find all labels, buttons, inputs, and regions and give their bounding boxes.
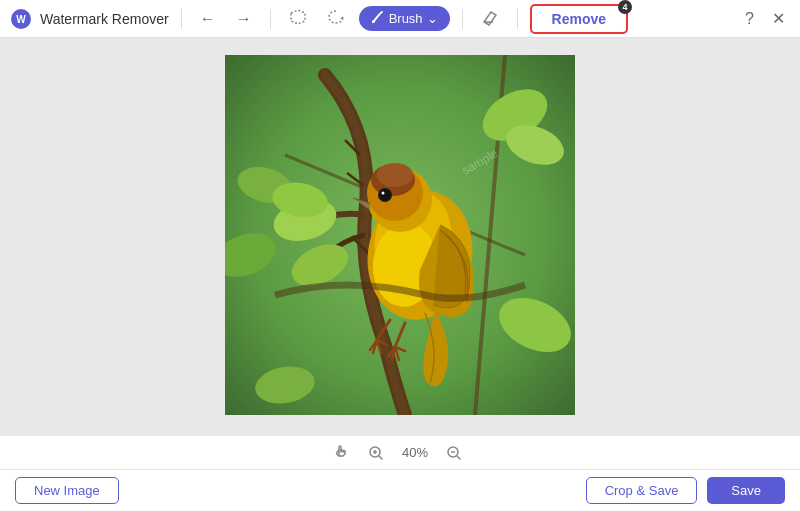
zoom-in-button[interactable] [362,441,390,465]
undo-icon: ← [200,10,216,28]
svg-line-33 [457,456,460,459]
redo-button[interactable]: → [230,6,258,32]
svg-text:W: W [16,14,26,25]
brush-dropdown-icon: ⌄ [427,11,438,26]
redo-icon: → [236,10,252,28]
help-button[interactable]: ? [740,8,759,30]
app-title: Watermark Remover [40,11,169,27]
hand-tool-icon[interactable] [332,442,350,464]
separator-2 [270,9,271,29]
titlebar-left: W Watermark Remover ← → [10,4,628,34]
marquee-icon [289,8,307,30]
brush-label: Brush [389,11,423,26]
eraser-button[interactable] [475,4,505,34]
canvas-area: sample [0,38,800,435]
marquee-button[interactable] [283,4,313,34]
image-container: sample [225,55,575,419]
svg-point-22 [377,163,413,187]
bird-image: sample [225,55,575,415]
close-button[interactable]: ✕ [767,7,790,30]
separator-4 [517,9,518,29]
bottombar: New Image Crop & Save Save [0,469,800,511]
separator-3 [462,9,463,29]
undo-button[interactable]: ← [194,6,222,32]
remove-button[interactable]: Remove [530,4,628,34]
save-button[interactable]: Save [707,477,785,504]
svg-point-25 [382,191,385,194]
remove-button-wrapper: 4 Remove [530,4,628,34]
statusbar: 40% [0,435,800,469]
brush-icon [371,10,385,27]
app-logo-icon: W [10,8,32,30]
titlebar-right: ? ✕ [740,7,790,30]
brush-button[interactable]: Brush ⌄ [359,6,450,31]
svg-point-2 [372,20,375,23]
separator-1 [181,9,182,29]
notification-badge: 4 [618,0,632,14]
svg-line-30 [379,456,382,459]
titlebar: W Watermark Remover ← → [0,0,800,38]
crop-save-button[interactable]: Crop & Save [586,477,698,504]
svg-point-24 [380,190,390,200]
lasso-button[interactable] [321,4,351,34]
new-image-button[interactable]: New Image [15,477,119,504]
zoom-out-button[interactable] [440,441,468,465]
zoom-percent: 40% [402,445,428,460]
lasso-icon [327,8,345,30]
bottom-right-actions: Crop & Save Save [586,477,785,504]
eraser-icon [481,8,499,30]
